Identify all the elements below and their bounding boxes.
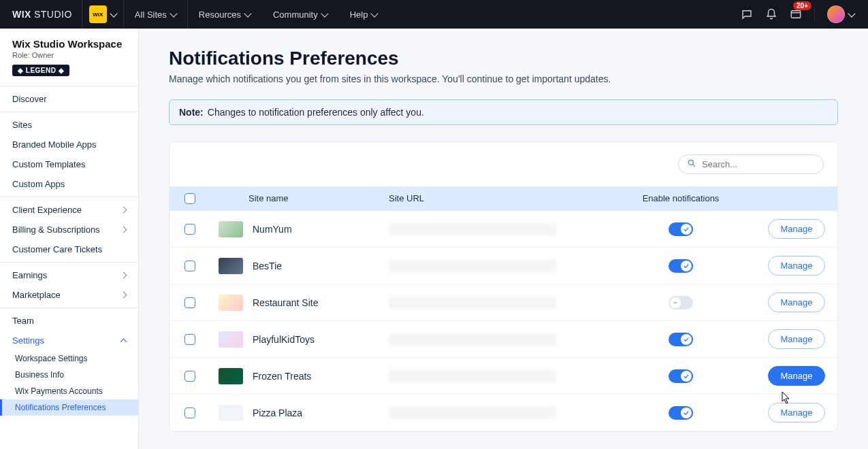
inbox-icon[interactable]: 20+: [790, 8, 802, 20]
chevron-down-icon: [848, 10, 855, 17]
site-name-label: NumYum: [253, 224, 292, 235]
notif-badge: 20+: [793, 1, 811, 10]
chevron-down-icon: [321, 10, 328, 17]
enable-notifications-toggle[interactable]: [669, 406, 693, 420]
sidebar-item-label: Earnings: [12, 270, 47, 280]
sidebar-item-branded-mobile-apps[interactable]: Branded Mobile Apps: [0, 135, 138, 154]
site-thumbnail: [219, 295, 243, 311]
top-bar: WIX STUDIO WiX All Sites Resources Commu…: [0, 0, 868, 29]
sidebar-item-billing[interactable]: Billing & Subscriptions: [0, 220, 138, 239]
chevron-right-icon: [120, 207, 127, 214]
manage-button[interactable]: Manage: [768, 256, 826, 276]
row-checkbox[interactable]: [184, 334, 195, 345]
enable-notifications-toggle[interactable]: [669, 222, 693, 236]
cell-site-name: Frozen Treats: [210, 368, 381, 384]
workspace-switcher[interactable]: WiX: [82, 0, 124, 29]
enable-notifications-toggle[interactable]: [669, 259, 693, 273]
cell-manage: Manage: [756, 366, 837, 386]
site-thumbnail: [219, 368, 243, 384]
cell-manage: Manage: [756, 403, 837, 422]
th-site-url: Site URL: [381, 193, 606, 204]
search-box[interactable]: [678, 154, 824, 174]
sidebar-item-team[interactable]: Team: [0, 311, 138, 331]
sidebar-item-custom-apps[interactable]: Custom Apps: [0, 174, 138, 194]
row-checkbox[interactable]: [184, 261, 195, 271]
workspace-title: Wix Studio Workspace: [12, 38, 126, 50]
sidebar-item-earnings[interactable]: Earnings: [0, 265, 138, 285]
divider: [0, 112, 138, 112]
manage-button[interactable]: Manage: [768, 219, 826, 239]
row-checkbox[interactable]: [184, 297, 195, 308]
row-checkbox[interactable]: [184, 224, 195, 235]
cell-manage: Manage: [756, 219, 837, 239]
chevron-down-icon: [244, 10, 251, 17]
logo[interactable]: WIX STUDIO: [0, 0, 82, 29]
sidebar-item-label: Client Experience: [12, 205, 82, 215]
nav-help[interactable]: Help: [339, 0, 389, 29]
account-menu[interactable]: [827, 5, 854, 23]
sidebar-item-custom-templates[interactable]: Custom Templates: [0, 154, 138, 174]
sidebar-item-discover[interactable]: Discover: [0, 89, 138, 109]
logo-studio-text: STUDIO: [34, 9, 72, 20]
toggle-knob: [670, 297, 681, 308]
sidebar-item-marketplace[interactable]: Marketplace: [0, 285, 138, 305]
nav-all-sites[interactable]: All Sites: [124, 0, 188, 29]
sidebar-item-tickets[interactable]: Customer Care Tickets: [0, 239, 138, 259]
wix-square-icon: WiX: [89, 5, 107, 23]
page-subtitle: Manage which notifications you get from …: [169, 73, 838, 84]
chat-icon[interactable]: [741, 8, 753, 20]
site-url-redacted: [389, 370, 556, 382]
sidebar-item-sites[interactable]: Sites: [0, 115, 138, 135]
site-url-redacted: [389, 407, 556, 419]
sidebar-sub-workspace-settings[interactable]: Workspace Settings: [0, 350, 138, 367]
cell-toggle: [606, 259, 756, 273]
enable-notifications-toggle[interactable]: [669, 369, 693, 383]
divider: [0, 262, 138, 263]
sidebar-sub-business-info[interactable]: Business Info: [0, 367, 138, 383]
site-name-label: Frozen Treats: [253, 371, 311, 382]
sidebar-sub-notifications-preferences[interactable]: Notifications Preferences: [0, 399, 138, 416]
cell-checkbox: [170, 371, 210, 382]
manage-button[interactable]: Manage: [768, 293, 826, 312]
nav-community[interactable]: Community: [262, 0, 339, 29]
cell-site-name: PlayfulKidToys: [210, 331, 381, 348]
th-actions: [756, 193, 837, 204]
note-box: Note: Changes to notification preference…: [169, 99, 838, 125]
enable-notifications-toggle[interactable]: [669, 333, 693, 346]
sidebar-item-label: Settings: [12, 335, 44, 346]
manage-button[interactable]: Manage: [768, 366, 826, 386]
svg-point-1: [688, 160, 693, 165]
manage-button[interactable]: Manage: [768, 329, 826, 349]
sidebar-sub-wix-payments[interactable]: Wix Payments Accounts: [0, 383, 138, 399]
sidebar-item-client-experience[interactable]: Client Experience: [0, 200, 138, 220]
cell-site-name: BesTie: [210, 258, 381, 274]
sidebar-item-label: Marketplace: [12, 290, 61, 300]
nav-resources[interactable]: Resources: [188, 0, 262, 29]
sidebar-item-settings[interactable]: Settings: [0, 331, 138, 350]
sidebar-sub-label: Business Info: [15, 370, 64, 380]
table-row: PlayfulKidToysManage: [170, 321, 837, 358]
cell-manage: Manage: [756, 256, 837, 276]
bell-icon[interactable]: [765, 8, 777, 20]
th-enable: Enable notifications: [606, 193, 756, 204]
search-input[interactable]: [702, 159, 815, 169]
table-body: NumYumManageBesTieManageRestaurant SiteM…: [170, 211, 837, 431]
site-name-label: Pizza Plaza: [253, 408, 302, 418]
cell-checkbox: [170, 334, 210, 345]
manage-button[interactable]: Manage: [768, 403, 826, 422]
enable-notifications-toggle[interactable]: [669, 296, 693, 310]
nav-label: Community: [273, 10, 318, 20]
cell-toggle: [606, 296, 756, 310]
row-checkbox[interactable]: [184, 371, 195, 382]
row-checkbox[interactable]: [184, 408, 195, 418]
cell-site-name: Restaurant Site: [210, 295, 381, 311]
search-icon: [687, 159, 696, 170]
toggle-knob: [681, 334, 692, 345]
cell-site-url: [381, 407, 606, 419]
sidebar-item-label: Customer Care Tickets: [12, 244, 102, 254]
cell-site-url: [381, 333, 606, 346]
cell-site-name: Pizza Plaza: [210, 405, 381, 421]
cell-checkbox: [170, 261, 210, 271]
sidebar-item-label: Billing & Subscriptions: [12, 224, 100, 235]
select-all-checkbox[interactable]: [184, 193, 195, 204]
